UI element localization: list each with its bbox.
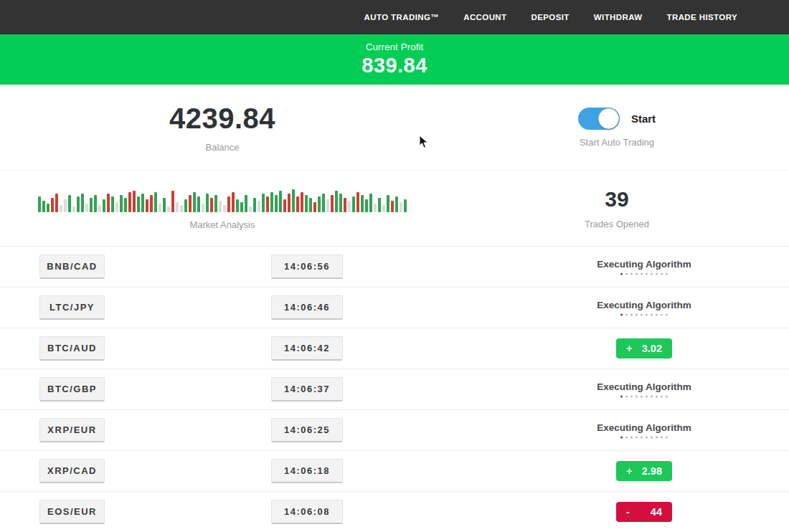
trades-opened-cell: 39 Trades Opened [445, 171, 789, 246]
market-bar [85, 204, 88, 212]
market-bar [309, 198, 312, 212]
market-bar [184, 199, 187, 212]
time-badge[interactable]: 14:06:25 [271, 418, 343, 442]
market-bar [77, 196, 80, 212]
market-bar [223, 205, 226, 212]
market-bar [374, 204, 377, 212]
market-bar [348, 201, 351, 212]
market-bar [47, 204, 49, 212]
market-bar [94, 195, 97, 212]
trades-table: BNB/CAD 14:06:56 Executing Algorithm LTC… [0, 246, 789, 532]
nav-item-withdraw[interactable]: WITHDRAW [594, 13, 643, 22]
executing-algorithm-label: Executing Algorithm [582, 422, 706, 433]
pair-badge[interactable]: BTC/GBP [39, 377, 105, 402]
trade-result-cell: Executing Algorithm [582, 381, 706, 398]
stats-row-market: Market Analysis 39 Trades Opened [0, 170, 789, 246]
pair-badge[interactable]: BNB/CAD [39, 255, 105, 279]
market-bar [296, 196, 299, 212]
nav-item-deposit[interactable]: DEPOSIT [531, 13, 570, 22]
market-bar [331, 195, 334, 212]
market-bar [68, 195, 71, 212]
market-bar [400, 202, 402, 212]
time-badge[interactable]: 14:06:42 [271, 336, 343, 361]
nav-item-account[interactable]: ACCOUNT [463, 13, 506, 22]
market-bar [326, 199, 329, 212]
pair-badge[interactable]: XRP/CAD [39, 459, 105, 483]
balance-value: 4239.84 [169, 103, 275, 135]
market-bar [270, 192, 273, 212]
time-badge[interactable]: 14:06:46 [271, 295, 343, 320]
market-bar [391, 201, 394, 212]
market-bar [236, 199, 239, 212]
market-bar [382, 205, 385, 212]
market-bar [262, 194, 265, 212]
top-nav: AUTO TRADING™ ACCOUNT DEPOSIT WITHDRAW T… [0, 0, 789, 34]
market-bar [352, 196, 355, 212]
executing-algorithm-label: Executing Algorithm [582, 381, 706, 392]
market-bar [214, 195, 217, 212]
result-sign: - [626, 506, 630, 518]
trade-row: XRP/EUR 14:06:25 Executing Algorithm [0, 409, 789, 450]
pair-badge[interactable]: EOS/EUR [39, 500, 105, 524]
market-bar [232, 192, 235, 212]
pair-badge[interactable]: LTC/JPY [39, 295, 105, 320]
nav-item-trade-history[interactable]: TRADE HISTORY [667, 13, 738, 22]
market-bar [369, 194, 372, 212]
current-profit-banner: Current Profit 839.84 [0, 34, 789, 85]
market-bar [404, 199, 407, 212]
market-bar [107, 194, 110, 212]
nav-item-auto-trading[interactable]: AUTO TRADING™ [364, 13, 440, 22]
market-bar [292, 189, 295, 212]
pair-badge[interactable]: XRP/EUR [39, 418, 105, 442]
market-bar [266, 196, 269, 212]
market-bar [344, 198, 346, 212]
current-profit-label: Current Profit [0, 42, 789, 52]
market-bar [133, 191, 136, 212]
result-sign: + [626, 343, 632, 354]
market-bar [339, 194, 342, 212]
market-bar [38, 196, 41, 212]
start-toggle-wrap: Start [578, 108, 656, 130]
market-bar [322, 194, 325, 212]
time-badge[interactable]: 14:06:56 [271, 255, 343, 279]
pair-badge[interactable]: BTC/AUD [39, 336, 105, 361]
market-bar [395, 196, 398, 212]
market-bar [356, 192, 359, 212]
market-bar [103, 199, 105, 212]
market-analysis-chart [38, 186, 407, 212]
start-auto-trading-label: Start Auto Trading [580, 137, 654, 148]
start-auto-trading-toggle[interactable] [578, 108, 620, 130]
market-bar [253, 198, 256, 212]
market-bar [318, 196, 321, 212]
market-bar [115, 202, 118, 212]
time-badge[interactable]: 14:06:37 [271, 377, 343, 402]
time-badge[interactable]: 14:06:08 [271, 500, 343, 524]
market-bar [42, 201, 45, 212]
trade-row: EOS/EUR 14:06:08 - 44 [0, 491, 789, 532]
market-bar [206, 194, 209, 212]
market-bar [249, 206, 252, 212]
market-bar [128, 192, 131, 212]
market-bar [361, 195, 364, 212]
start-toggle-label: Start [631, 113, 656, 125]
trade-row: XRP/CAD 14:06:18 + 2.98 [0, 450, 789, 491]
result-value: 3.02 [642, 343, 662, 354]
market-bar [154, 192, 157, 212]
market-bar [193, 192, 196, 212]
market-bar [210, 198, 213, 212]
market-bar [387, 195, 389, 212]
market-bar [283, 199, 286, 212]
market-bar [240, 202, 243, 212]
market-bar [335, 191, 338, 212]
market-bar [378, 198, 381, 212]
market-bar [141, 194, 144, 212]
toggle-knob [598, 108, 619, 129]
trade-result-cell: Executing Algorithm [582, 300, 706, 316]
time-badge[interactable]: 14:06:18 [271, 459, 343, 483]
executing-algorithm-label: Executing Algorithm [582, 300, 706, 310]
loader-dots [582, 396, 706, 398]
current-profit-value: 839.84 [0, 54, 789, 77]
market-bar [167, 206, 170, 212]
trades-opened-value: 39 [605, 187, 628, 212]
result-badge: + 2.98 [616, 461, 672, 481]
